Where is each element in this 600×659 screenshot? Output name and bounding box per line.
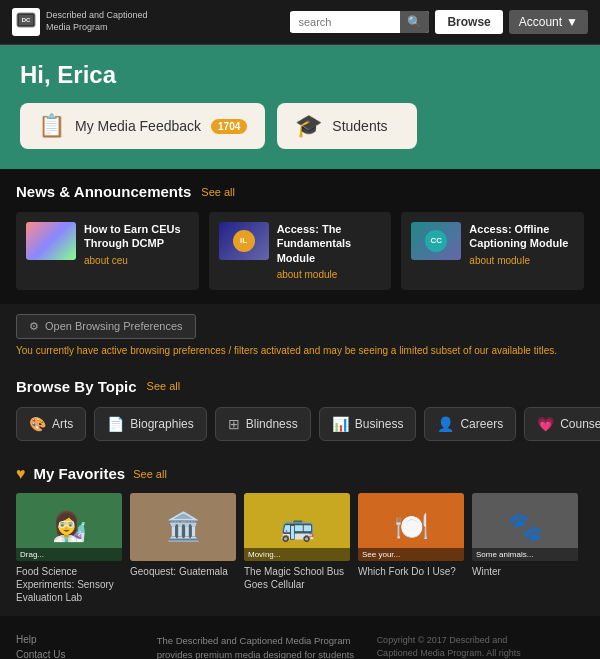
fav-item-1[interactable]: 🏛️ Geoquest: Guatemala	[130, 493, 236, 604]
favorites-list: 👩‍🔬 Drag... Food Science Experiments: Se…	[16, 493, 584, 604]
footer-contact[interactable]: Contact Us	[16, 649, 137, 659]
news-meta-0: about ceu	[84, 255, 189, 266]
news-meta-1: about module	[277, 269, 382, 280]
favorites-section: ♥ My Favorites See all 👩‍🔬 Drag... Food …	[0, 453, 600, 616]
careers-icon: 👤	[437, 416, 454, 432]
news-card-1[interactable]: iL Access: The Fundamentals Module about…	[209, 212, 392, 290]
biographies-icon: 📄	[107, 416, 124, 432]
settings-icon: ⚙	[29, 320, 39, 333]
header: DC Described and Captioned Media Program…	[0, 0, 600, 45]
fav-label-3: Which Fork Do I Use?	[358, 565, 464, 578]
students-card[interactable]: 🎓 Students	[277, 103, 417, 149]
search-input[interactable]	[290, 12, 400, 32]
topics-row: 🎨 Arts 📄 Biographies ⊞ Blindness 📊 Busin…	[16, 407, 584, 441]
favorites-header: ♥ My Favorites See all	[16, 465, 584, 483]
students-label: Students	[332, 118, 387, 134]
news-title-0: How to Earn CEUs Through DCMP	[84, 222, 189, 251]
arts-icon: 🎨	[29, 416, 46, 432]
fav-thumb-4: 🐾 Some animals...	[472, 493, 578, 561]
footer-help[interactable]: Help	[16, 634, 137, 645]
counseling-icon: 💗	[537, 416, 554, 432]
news-card-2[interactable]: CC Access: Offline Captioning Module abo…	[401, 212, 584, 290]
feedback-icon: 📋	[38, 113, 65, 139]
heart-icon: ♥	[16, 465, 26, 483]
news-header: News & Announcements See all	[16, 183, 584, 200]
favorites-see-all[interactable]: See all	[133, 468, 167, 480]
header-controls: 🔍 Browse Account ▼	[290, 10, 588, 34]
fav-thumb-3: 🍽️ See your...	[358, 493, 464, 561]
fav-thumb-2: 🚌 Moving...	[244, 493, 350, 561]
news-thumb-1: iL	[219, 222, 269, 260]
fav-label-1: Geoquest: Guatemala	[130, 565, 236, 578]
news-badge-2: CC	[425, 230, 447, 252]
news-badge-1: iL	[233, 230, 255, 252]
topic-blindness[interactable]: ⊞ Blindness	[215, 407, 311, 441]
hero-cards: 📋 My Media Feedback 1704 🎓 Students	[20, 103, 580, 149]
favorites-title: My Favorites	[34, 465, 126, 482]
fav-item-2[interactable]: 🚌 Moving... The Magic School Bus Goes Ce…	[244, 493, 350, 604]
business-icon: 📊	[332, 416, 349, 432]
logo-icon: DC	[12, 8, 40, 36]
pref-warning: You currently have active browsing prefe…	[16, 345, 584, 356]
news-title-2: Access: Offline Captioning Module	[469, 222, 574, 251]
fav-item-4[interactable]: 🐾 Some animals... Winter	[472, 493, 578, 604]
logo-text: Described and Captioned Media Program	[46, 10, 148, 33]
open-prefs-button[interactable]: ⚙ Open Browsing Preferences	[16, 314, 196, 339]
feedback-label: My Media Feedback	[75, 118, 201, 134]
topics-title: Browse By Topic	[16, 378, 137, 395]
blindness-label: Blindness	[246, 417, 298, 431]
topics-section: Browse By Topic See all 🎨 Arts 📄 Biograp…	[0, 366, 600, 453]
students-icon: 🎓	[295, 113, 322, 139]
footer-description: The Described and Captioned Media Progra…	[157, 634, 357, 659]
topic-biographies[interactable]: 📄 Biographies	[94, 407, 206, 441]
news-title-1: Access: The Fundamentals Module	[277, 222, 382, 265]
news-meta-2: about module	[469, 255, 574, 266]
svg-text:DC: DC	[22, 17, 31, 23]
biographies-label: Biographies	[130, 417, 193, 431]
footer-copyright: Copyright © 2017 Described and Captioned…	[377, 634, 537, 659]
news-section: News & Announcements See all How to Earn…	[0, 169, 600, 304]
arts-label: Arts	[52, 417, 73, 431]
news-see-all[interactable]: See all	[201, 186, 235, 198]
news-thumb-2: CC	[411, 222, 461, 260]
my-media-feedback-card[interactable]: 📋 My Media Feedback 1704	[20, 103, 265, 149]
topic-counseling[interactable]: 💗 Counseling	[524, 407, 600, 441]
topics-header: Browse By Topic See all	[16, 378, 584, 395]
fav-item-3[interactable]: 🍽️ See your... Which Fork Do I Use?	[358, 493, 464, 604]
search-box[interactable]: 🔍	[290, 11, 429, 33]
browse-button[interactable]: Browse	[435, 10, 502, 34]
topic-business[interactable]: 📊 Business	[319, 407, 417, 441]
fav-thumb-1: 🏛️	[130, 493, 236, 561]
logo: DC Described and Captioned Media Program	[12, 8, 148, 36]
careers-label: Careers	[460, 417, 503, 431]
counseling-label: Counseling	[560, 417, 600, 431]
news-thumb-0	[26, 222, 76, 260]
news-cards: How to Earn CEUs Through DCMP about ceu …	[16, 212, 584, 290]
account-button[interactable]: Account ▼	[509, 10, 588, 34]
fav-label-2: The Magic School Bus Goes Cellular	[244, 565, 350, 591]
topics-see-all[interactable]: See all	[147, 380, 181, 392]
blindness-icon: ⊞	[228, 416, 240, 432]
fav-thumb-0: 👩‍🔬 Drag...	[16, 493, 122, 561]
topic-careers[interactable]: 👤 Careers	[424, 407, 516, 441]
news-title: News & Announcements	[16, 183, 191, 200]
footer-links-col: Help Contact Us Accessible Television Ab…	[16, 634, 137, 659]
greeting: Hi, Erica	[20, 61, 580, 89]
hero-section: Hi, Erica 📋 My Media Feedback 1704 🎓 Stu…	[0, 45, 600, 169]
news-card-0[interactable]: How to Earn CEUs Through DCMP about ceu	[16, 212, 199, 290]
topic-arts[interactable]: 🎨 Arts	[16, 407, 86, 441]
fav-item-0[interactable]: 👩‍🔬 Drag... Food Science Experiments: Se…	[16, 493, 122, 604]
fav-label-0: Food Science Experiments: Sensory Evalua…	[16, 565, 122, 604]
feedback-badge: 1704	[211, 119, 247, 134]
business-label: Business	[355, 417, 404, 431]
search-button[interactable]: 🔍	[400, 11, 429, 33]
chevron-down-icon: ▼	[566, 15, 578, 29]
fav-label-4: Winter	[472, 565, 578, 578]
footer: Help Contact Us Accessible Television Ab…	[0, 616, 600, 659]
pref-bar: ⚙ Open Browsing Preferences You currentl…	[0, 304, 600, 366]
